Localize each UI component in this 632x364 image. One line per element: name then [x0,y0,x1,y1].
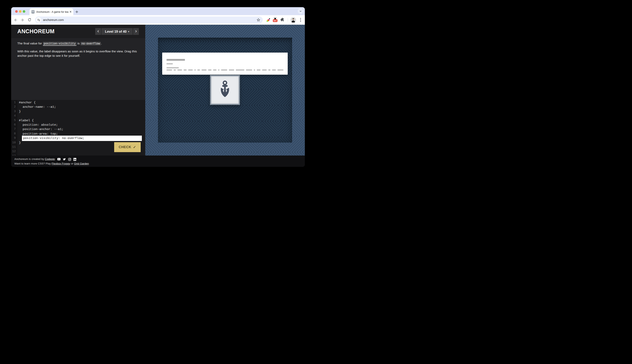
site-settings-icon[interactable] [36,17,41,22]
line-number: 12 [11,149,17,154]
value-code-chip: no-overflow [81,42,101,46]
line-number: 5 [11,118,17,123]
code-text: #label { [17,118,34,123]
side-panel: ANCHOREUM ‹ Level 19 of 40 ▾ › The final… [11,25,145,156]
code-text: position-anchor: --a1; [17,127,63,132]
svg-text:N/A: N/A [274,20,277,22]
anchoreum-logo: ANCHOREUM [17,28,55,35]
code-text: position-area: top; [17,132,58,136]
line-number: 6 [11,123,17,127]
level-instructions: The final value for position-visibility … [17,41,138,58]
code-text [17,145,19,149]
code-line: 6 position: absolute; [11,123,145,127]
instruction-line-2: With this value, the label disappears as… [17,49,138,58]
code-text: } [17,109,21,114]
url-bar[interactable]: anchoreum.com [35,16,263,23]
line-number: 10 [11,140,17,145]
forward-button[interactable] [19,16,26,23]
line-number: 3 [11,109,17,114]
flexbox-froggy-link[interactable]: Flexbox Froggy [52,162,70,165]
check-icon: ✓ [133,145,136,149]
traffic-light-close[interactable] [15,10,18,13]
anchor-icon [217,80,233,100]
panel-header: ANCHOREUM ‹ Level 19 of 40 ▾ › [11,25,145,38]
anchor-playground-view [158,38,292,142]
placeholder-text-bar [167,63,173,64]
line-number: 13 [11,154,17,156]
browser-toolbar: anchoreum.com [11,15,305,25]
property-doc-link[interactable]: position-visibility [43,42,77,46]
page-footer: Anchoreum is created by Codepip Want to … [11,156,305,167]
tab-favicon-anchor-icon [31,10,35,14]
code-text [17,154,19,156]
game-area [145,25,305,156]
line-number: 9 [11,136,17,140]
code-text [17,149,19,154]
youtube-icon[interactable] [57,158,61,160]
code-line: 7 position-anchor: --a1; [11,127,145,132]
url-text: anchoreum.com [43,18,64,22]
prev-level-button[interactable]: ‹ [95,28,101,35]
level-caret-icon: ▾ [128,30,129,33]
na-badge-extension-icon[interactable]: N/A [273,17,278,22]
anchor-element-inner [211,76,239,104]
line-number: 1 [11,100,17,105]
code-line: 2 anchor-name: --a1; [11,105,145,109]
tab-close-icon[interactable] [69,10,72,13]
back-button[interactable] [12,16,19,23]
line-number: 2 [11,105,17,109]
twitter-icon[interactable] [63,158,66,161]
line-number: 8 [11,132,17,136]
code-editor: 1#anchor {2 anchor-name: --a1;3}45#label… [11,100,145,156]
code-text: } [17,140,21,145]
extensions-puzzle-icon[interactable] [280,18,285,22]
instagram-icon[interactable] [68,158,71,161]
credit-line: Anchoreum is created by Codepip [14,157,302,161]
tab-search-chevron-icon[interactable] [298,8,303,14]
label-element [162,52,288,75]
code-line: 9position-visibility: no-overflow; [11,136,145,140]
code-line: 1#anchor { [11,100,145,105]
next-level-button[interactable]: › [133,28,139,35]
linkedin-icon[interactable] [73,158,76,161]
instruction-line-1: The final value for position-visibility … [17,41,138,46]
browser-tab[interactable]: Anchoreum - A game for lear [30,8,73,15]
page-content: ANCHOREUM ‹ Level 19 of 40 ▾ › The final… [11,25,305,156]
new-tab-button[interactable] [74,9,80,14]
placeholder-title-bar [167,59,185,61]
bookmark-star-icon[interactable] [256,18,260,22]
code-line: 13 [11,154,145,156]
code-line: 4 [11,114,145,118]
anchor-element[interactable] [210,75,240,105]
code-line: 3} [11,109,145,114]
tab-strip: Anchoreum - A game for lear [11,7,305,15]
tab-title: Anchoreum - A game for lear [36,10,69,13]
browser-menu-kebab-icon[interactable] [299,18,302,22]
code-text [17,114,19,118]
level-navigation: ‹ Level 19 of 40 ▾ › [95,28,139,35]
level-label: Level 19 of 40 [105,30,127,34]
traffic-light-minimize[interactable] [19,10,22,13]
toolbar-separator [288,18,288,22]
code-line: 5#label { [11,118,145,123]
code-text: anchor-name: --a1; [17,105,56,109]
more-games-line: Want to learn more CSS? Play Flexbox Fro… [14,162,302,166]
line-number: 4 [11,114,17,118]
profile-avatar[interactable] [291,17,296,23]
check-button[interactable]: CHECK ✓ [114,142,141,152]
reload-button[interactable] [26,16,33,23]
grid-garden-link[interactable]: Grid Garden [74,162,89,165]
placeholder-text-bar [167,67,179,68]
level-dropdown[interactable]: Level 19 of 40 ▾ [101,28,133,35]
code-text: position: absolute; [17,123,58,127]
codepip-link[interactable]: Codepip [45,158,55,160]
line-number: 7 [11,127,17,132]
placeholder-dashed-line [167,70,283,70]
code-input[interactable]: position-visibility: no-overflow; [22,136,142,141]
browser-window: Anchoreum - A game for lear [11,7,305,167]
code-text: #anchor { [17,100,36,105]
traffic-light-zoom[interactable] [23,10,25,13]
colorpicker-extension-icon[interactable] [266,18,271,22]
code-line: 8 position-area: top; [11,132,145,136]
line-number: 11 [11,145,17,149]
